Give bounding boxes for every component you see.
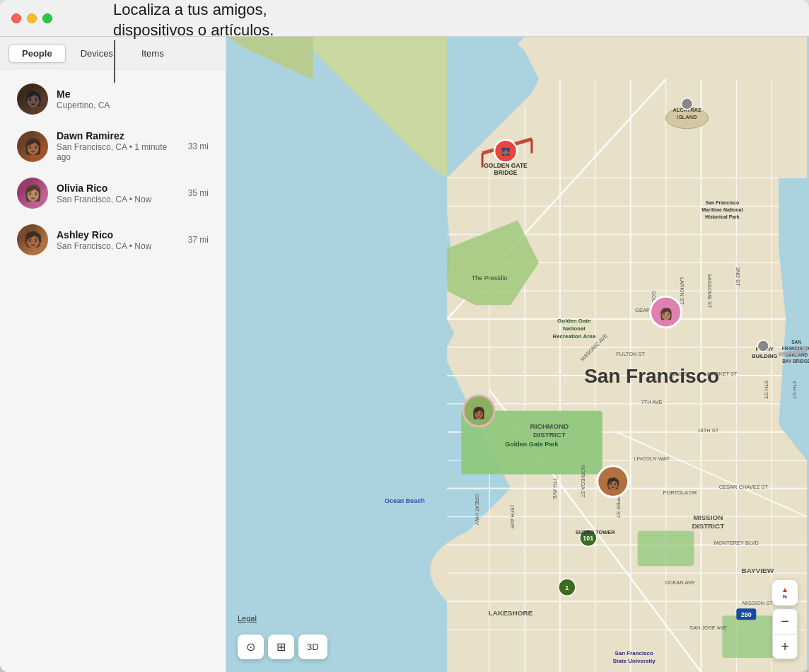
- svg-text:👩🏾: 👩🏾: [472, 406, 486, 419]
- avatar-me: 🧑🏿: [17, 83, 48, 115]
- svg-text:Ocean Beach: Ocean Beach: [385, 497, 425, 504]
- memoji-ashley: 🧑🏾: [20, 227, 45, 253]
- person-location-me: Cupertino, CA: [57, 100, 209, 110]
- person-distance-ashley: 37 mi: [188, 235, 209, 245]
- list-item-me[interactable]: 🧑🏿 Me Cupertino, CA: [6, 76, 220, 122]
- person-name-ashley: Ashley Rico: [57, 229, 182, 241]
- svg-text:Golden Gate Park: Golden Gate Park: [505, 441, 558, 448]
- svg-text:ISLAND: ISLAND: [677, 114, 697, 120]
- svg-text:The Presidio: The Presidio: [472, 274, 507, 282]
- map-area[interactable]: 101 1 280 🌉 GOLDEN GATE BRIDGE: [226, 37, 809, 672]
- svg-text:San Francisco: San Francisco: [615, 650, 653, 656]
- person-location-ashley: San Francisco, CA • Now: [57, 241, 182, 251]
- svg-text:CESAR CHAVEZ ST: CESAR CHAVEZ ST: [719, 484, 769, 490]
- svg-point-108: [757, 340, 769, 352]
- person-distance-olivia: 35 mi: [188, 188, 209, 198]
- svg-rect-32: [638, 531, 694, 566]
- compass-north-arrow: ▲: [781, 586, 788, 593]
- tabs-container: People Devices Items: [0, 37, 226, 69]
- person-name-olivia: Olivia Rico: [57, 183, 182, 194]
- svg-text:👩🏽: 👩🏽: [659, 307, 673, 320]
- close-button[interactable]: [11, 13, 21, 23]
- svg-text:GOLDEN GATE: GOLDEN GATE: [484, 162, 528, 169]
- svg-text:SAN JOSE AVE: SAN JOSE AVE: [689, 625, 727, 631]
- svg-text:SANSOME ST: SANSOME ST: [706, 274, 713, 308]
- person-info-ashley: Ashley Rico San Francisco, CA • Now: [57, 229, 182, 251]
- list-item-dawn[interactable]: 👩🏾 Dawn Ramirez San Francisco, CA • 1 mi…: [6, 123, 220, 169]
- compass-button[interactable]: ▲ N: [772, 580, 798, 606]
- svg-text:National: National: [563, 325, 585, 332]
- svg-text:MISSION ST: MISSION ST: [743, 600, 774, 606]
- map-controls-right: ▲ N − +: [772, 580, 798, 659]
- svg-text:Maritime National: Maritime National: [702, 207, 743, 212]
- list-item-olivia[interactable]: 👩🏽 Olivia Rico San Francisco, CA • Now 3…: [6, 170, 220, 216]
- person-info-me: Me Cupertino, CA: [57, 88, 209, 110]
- memoji-dawn: 👩🏾: [20, 134, 45, 159]
- map-type-button[interactable]: ⊞: [268, 635, 294, 659]
- svg-text:BAY BRIDGE: BAY BRIDGE: [782, 359, 809, 364]
- tab-items[interactable]: Items: [128, 44, 177, 63]
- svg-text:4TH ST: 4TH ST: [791, 381, 798, 399]
- svg-text:19TH AVE: 19TH AVE: [509, 504, 516, 528]
- main-content: People Devices Items 🧑🏿 Me Cupertino, CA: [0, 37, 809, 672]
- svg-text:San Francisco: San Francisco: [706, 200, 740, 205]
- svg-text:NORIEGA ST: NORIEGA ST: [580, 465, 586, 498]
- svg-text:BAYVIEW: BAYVIEW: [741, 567, 774, 574]
- svg-text:FELL ST: FELL ST: [670, 371, 691, 377]
- svg-text:101: 101: [583, 535, 593, 542]
- svg-text:280: 280: [741, 611, 752, 618]
- map-type-icon: ⊞: [277, 640, 286, 654]
- person-info-dawn: Dawn Ramirez San Francisco, CA • 1 minut…: [57, 130, 182, 162]
- avatar-ashley: 🧑🏾: [17, 224, 48, 255]
- compass-n-label: N: [781, 593, 788, 600]
- memoji-olivia: 👩🏽: [20, 180, 45, 206]
- svg-text:DISTRICT: DISTRICT: [692, 522, 724, 530]
- person-location-dawn: San Francisco, CA • 1 minute ago: [57, 142, 182, 162]
- legal-link[interactable]: Legal: [238, 614, 257, 622]
- person-name-me: Me: [57, 88, 209, 100]
- three-d-button[interactable]: 3D: [298, 635, 327, 659]
- svg-text:🧑🏾: 🧑🏾: [606, 477, 620, 490]
- svg-text:LINCOLN WAY: LINCOLN WAY: [634, 456, 670, 462]
- svg-text:San Francisco: San Francisco: [584, 365, 719, 387]
- svg-text:Historical Park: Historical Park: [705, 214, 740, 219]
- svg-text:LARKIN ST: LARKIN ST: [678, 277, 685, 305]
- zoom-minus-button[interactable]: −: [772, 608, 798, 634]
- svg-text:SAN: SAN: [791, 340, 801, 344]
- svg-text:LAKESHORE: LAKESHORE: [489, 609, 533, 617]
- svg-text:BUILDING: BUILDING: [752, 353, 777, 359]
- list-item-ashley[interactable]: 🧑🏾 Ashley Rico San Francisco, CA • Now 3…: [6, 217, 220, 262]
- svg-text:SUTRO TOWER: SUTRO TOWER: [576, 529, 615, 535]
- location-button[interactable]: ⊙: [238, 635, 264, 659]
- tab-devices[interactable]: Devices: [67, 44, 127, 63]
- people-list: 🧑🏿 Me Cupertino, CA 👩🏾 Dawn Ramirez San …: [0, 69, 226, 672]
- svg-text:16TH ST: 16TH ST: [697, 427, 718, 434]
- maximize-button[interactable]: [42, 13, 52, 23]
- person-info-olivia: Olivia Rico San Francisco, CA • Now: [57, 183, 182, 204]
- svg-text:GREAT HWY: GREAT HWY: [474, 494, 480, 526]
- svg-text:BRIDGE: BRIDGE: [494, 169, 518, 176]
- three-d-label: 3D: [307, 642, 319, 652]
- app-window: Localiza a tus amigos, dispositivos o ar…: [0, 0, 809, 672]
- svg-text:PORTOLA DR: PORTOLA DR: [663, 489, 697, 496]
- title-bar: [0, 0, 809, 37]
- map-svg: 101 1 280 🌉 GOLDEN GATE BRIDGE: [226, 37, 809, 672]
- map-controls-left: Legal ⊙ ⊞ 3D: [238, 635, 327, 659]
- memoji-me: 🧑🏿: [20, 86, 45, 112]
- svg-text:FULTON ST: FULTON ST: [616, 351, 645, 357]
- person-name-dawn: Dawn Ramirez: [57, 130, 182, 141]
- traffic-lights: [11, 13, 52, 23]
- svg-point-107: [681, 98, 692, 110]
- person-distance-dawn: 33 mi: [188, 141, 209, 151]
- svg-text:DISTRICT: DISTRICT: [533, 431, 566, 439]
- minimize-button[interactable]: [27, 13, 37, 23]
- svg-text:OCEAN AVE: OCEAN AVE: [665, 579, 695, 586]
- svg-text:2ND ST: 2ND ST: [735, 267, 741, 286]
- svg-text:MONTEREY BLVD: MONTEREY BLVD: [714, 540, 759, 546]
- zoom-plus-button[interactable]: +: [772, 634, 798, 659]
- tab-people[interactable]: People: [8, 44, 66, 63]
- svg-text:🌉: 🌉: [501, 147, 511, 156]
- svg-text:7TH AVE: 7TH AVE: [641, 399, 662, 405]
- svg-text:7TH AVE: 7TH AVE: [552, 477, 558, 499]
- person-location-olivia: San Francisco, CA • Now: [57, 195, 182, 204]
